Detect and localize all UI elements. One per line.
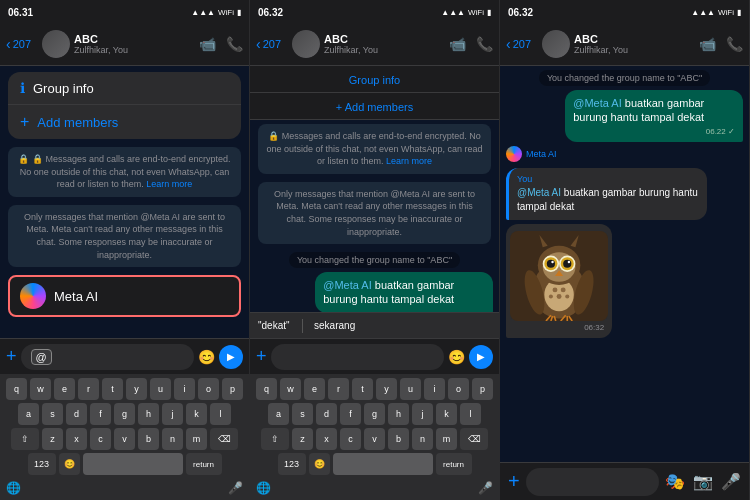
- key2-l[interactable]: l: [460, 403, 481, 425]
- dropdown-add-members[interactable]: + Add members: [8, 105, 241, 139]
- add-members-bar[interactable]: + Add members: [250, 93, 499, 120]
- plus-icon-2[interactable]: +: [256, 346, 267, 367]
- back-button-2[interactable]: ‹ 207: [256, 36, 288, 52]
- key2-x[interactable]: x: [316, 428, 337, 450]
- key2-c[interactable]: c: [340, 428, 361, 450]
- input-field-2[interactable]: [271, 344, 444, 370]
- key2-e[interactable]: e: [304, 378, 325, 400]
- sticker-icon-3[interactable]: 🎭: [665, 472, 685, 491]
- key2-shift[interactable]: ⇧: [261, 428, 289, 450]
- key-y[interactable]: y: [126, 378, 147, 400]
- key2-v[interactable]: v: [364, 428, 385, 450]
- key2-d[interactable]: d: [316, 403, 337, 425]
- key2-z[interactable]: z: [292, 428, 313, 450]
- globe-icon-2[interactable]: 🌐: [256, 481, 271, 495]
- key-p[interactable]: p: [222, 378, 243, 400]
- key-a[interactable]: a: [18, 403, 39, 425]
- key-r[interactable]: r: [78, 378, 99, 400]
- key-k[interactable]: k: [186, 403, 207, 425]
- learn-more-link-2[interactable]: Learn more: [386, 156, 432, 166]
- key2-123[interactable]: 123: [278, 453, 306, 475]
- plus-icon-1[interactable]: +: [6, 346, 17, 367]
- key-i[interactable]: i: [174, 378, 195, 400]
- key-return[interactable]: return: [186, 453, 222, 475]
- phone-call-icon-2[interactable]: 📞: [476, 36, 493, 52]
- avatar-3[interactable]: [542, 30, 570, 58]
- key2-m[interactable]: m: [436, 428, 457, 450]
- meta-ai-suggestion-1[interactable]: Meta AI: [8, 275, 241, 317]
- key-c[interactable]: c: [90, 428, 111, 450]
- key-s[interactable]: s: [42, 403, 63, 425]
- plus-icon-3[interactable]: +: [508, 470, 520, 493]
- key2-k[interactable]: k: [436, 403, 457, 425]
- key2-w[interactable]: w: [280, 378, 301, 400]
- key-q[interactable]: q: [6, 378, 27, 400]
- autocomplete-item-2[interactable]: sekarang: [314, 320, 355, 331]
- key2-return[interactable]: return: [436, 453, 472, 475]
- mic-icon-3[interactable]: 🎤: [721, 472, 741, 491]
- back-button-3[interactable]: ‹ 207: [506, 36, 538, 52]
- mic-icon-1[interactable]: 🎤: [228, 481, 243, 495]
- key-m[interactable]: m: [186, 428, 207, 450]
- key-j[interactable]: j: [162, 403, 183, 425]
- video-call-icon-2[interactable]: 📹: [449, 36, 466, 52]
- key2-b[interactable]: b: [388, 428, 409, 450]
- input-field-1[interactable]: @: [21, 344, 194, 370]
- emoji-icon-2[interactable]: 😊: [448, 349, 465, 365]
- key-123[interactable]: 123: [28, 453, 56, 475]
- key-z[interactable]: z: [42, 428, 63, 450]
- key-x[interactable]: x: [66, 428, 87, 450]
- key-h[interactable]: h: [138, 403, 159, 425]
- key-v[interactable]: v: [114, 428, 135, 450]
- key-emoji[interactable]: 😊: [59, 453, 80, 475]
- key-g[interactable]: g: [114, 403, 135, 425]
- key-b[interactable]: b: [138, 428, 159, 450]
- key-w[interactable]: w: [30, 378, 51, 400]
- key-delete[interactable]: ⌫: [210, 428, 238, 450]
- key2-g[interactable]: g: [364, 403, 385, 425]
- back-button-1[interactable]: ‹ 207: [6, 36, 38, 52]
- phone-call-icon[interactable]: 📞: [226, 36, 243, 52]
- key2-o[interactable]: o: [448, 378, 469, 400]
- input-field-3[interactable]: [526, 468, 659, 496]
- key2-emoji[interactable]: 😊: [309, 453, 330, 475]
- avatar-2[interactable]: [292, 30, 320, 58]
- emoji-icon-1[interactable]: 😊: [198, 349, 215, 365]
- key2-t[interactable]: t: [352, 378, 373, 400]
- key-l[interactable]: l: [210, 403, 231, 425]
- key2-q[interactable]: q: [256, 378, 277, 400]
- video-call-icon[interactable]: 📹: [199, 36, 216, 52]
- key-u[interactable]: u: [150, 378, 171, 400]
- send-button-1[interactable]: ▶: [219, 345, 243, 369]
- key-n[interactable]: n: [162, 428, 183, 450]
- key2-n[interactable]: n: [412, 428, 433, 450]
- key-o[interactable]: o: [198, 378, 219, 400]
- key2-y[interactable]: y: [376, 378, 397, 400]
- camera-icon-3[interactable]: 📷: [693, 472, 713, 491]
- key-shift[interactable]: ⇧: [11, 428, 39, 450]
- send-button-2[interactable]: ▶: [469, 345, 493, 369]
- key-space[interactable]: [83, 453, 183, 475]
- mic-icon-2[interactable]: 🎤: [478, 481, 493, 495]
- key2-r[interactable]: r: [328, 378, 349, 400]
- autocomplete-item-1[interactable]: "dekat": [258, 320, 290, 331]
- key2-space[interactable]: [333, 453, 433, 475]
- key2-j[interactable]: j: [412, 403, 433, 425]
- learn-more-link-1[interactable]: Learn more: [146, 179, 192, 189]
- key2-h[interactable]: h: [388, 403, 409, 425]
- key-d[interactable]: d: [66, 403, 87, 425]
- key2-p[interactable]: p: [472, 378, 493, 400]
- owl-image-container[interactable]: 06:32: [506, 224, 612, 338]
- key2-a[interactable]: a: [268, 403, 289, 425]
- avatar-1[interactable]: [42, 30, 70, 58]
- key-e[interactable]: e: [54, 378, 75, 400]
- video-call-icon-3[interactable]: 📹: [699, 36, 716, 52]
- globe-icon-1[interactable]: 🌐: [6, 481, 21, 495]
- dropdown-group-info[interactable]: ℹ Group info: [8, 72, 241, 105]
- phone-call-icon-3[interactable]: 📞: [726, 36, 743, 52]
- key-f[interactable]: f: [90, 403, 111, 425]
- group-info-bar[interactable]: Group info: [250, 66, 499, 93]
- key2-i[interactable]: i: [424, 378, 445, 400]
- key2-s[interactable]: s: [292, 403, 313, 425]
- key2-f[interactable]: f: [340, 403, 361, 425]
